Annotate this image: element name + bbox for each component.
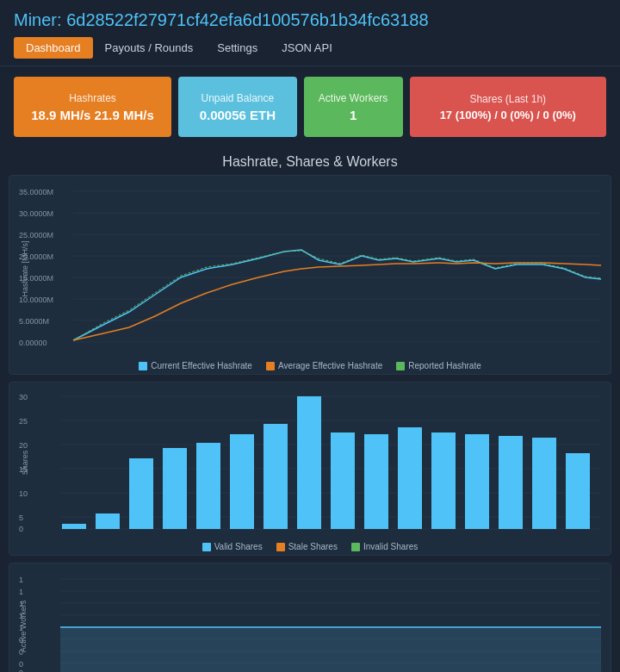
legend-current-dot	[139, 362, 147, 370]
legend-invalid: Invalid Shares	[351, 542, 418, 551]
legend-invalid-label: Invalid Shares	[363, 542, 418, 551]
y-label-3: 25.0000M	[19, 231, 53, 240]
nav-settings[interactable]: Settings	[205, 37, 270, 59]
legend-stale-dot	[276, 543, 285, 551]
svg-text:30: 30	[19, 393, 28, 401]
y-label-1: 35.0000M	[19, 188, 53, 196]
active-workers-card: Active Workers 1	[304, 77, 403, 137]
svg-text:0: 0	[19, 525, 23, 533]
workers-chart: .wgrid { stroke: #2a3f52; stroke-width: …	[16, 570, 604, 672]
svg-text:20: 20	[19, 441, 28, 450]
hashrate-chart: .grid-line { stroke: #2a3f52; stroke-wid…	[16, 183, 604, 358]
hashrate-y-axis-label: Hashrate [MH/s]	[21, 240, 29, 296]
shares-chart: .sgrid { stroke: #2a3f52; stroke-width: …	[16, 389, 604, 538]
legend-valid: Valid Shares	[202, 542, 263, 551]
hashrate-svg: .grid-line { stroke: #2a3f52; stroke-wid…	[16, 183, 604, 355]
svg-text:1: 1	[19, 576, 23, 584]
shares-y-axis-label: Shares	[21, 450, 29, 475]
nav-dashboard[interactable]: Dashboard	[14, 37, 93, 59]
page-title: Miner: 6d28522f27971cf42efa6d100576b1b34…	[14, 10, 606, 30]
svg-text:0: 0	[19, 669, 23, 672]
bar-0	[62, 524, 86, 529]
y-label-8: 0.00000	[19, 339, 47, 347]
bar-13	[499, 436, 523, 529]
workers-svg: .wgrid { stroke: #2a3f52; stroke-width: …	[16, 570, 604, 672]
bar-3	[163, 448, 187, 529]
bar-15	[566, 453, 590, 529]
bar-8	[331, 432, 355, 529]
nav-payouts[interactable]: Payouts / Rounds	[93, 37, 206, 59]
legend-reported: Reported Hashrate	[396, 361, 481, 370]
workers-fill	[60, 627, 601, 672]
bar-1	[96, 513, 120, 529]
bar-4	[196, 443, 220, 529]
shares-value: 17 (100%) / 0 (0%) / 0 (0%)	[440, 109, 576, 121]
svg-text:1: 1	[19, 588, 23, 596]
charts-section: Hashrate, Shares & Workers .grid-line { …	[0, 154, 620, 672]
avg-hashrate-line	[73, 263, 601, 340]
legend-avg: Average Effective Hashrate	[266, 361, 382, 370]
hashrates-label: Hashrates	[69, 92, 116, 104]
legend-valid-label: Valid Shares	[214, 542, 263, 551]
legend-invalid-dot	[351, 543, 360, 551]
bar-12	[465, 434, 489, 529]
shares-svg: .sgrid { stroke: #2a3f52; stroke-width: …	[16, 389, 604, 536]
bar-6	[264, 424, 288, 529]
svg-text:25: 25	[19, 417, 28, 426]
active-workers-label: Active Workers	[319, 92, 388, 104]
legend-current: Current Effective Hashrate	[139, 361, 252, 370]
unpaid-card: Unpaid Balance 0.00056 ETH	[178, 77, 297, 137]
legend-reported-label: Reported Hashrate	[408, 361, 481, 370]
nav-jsonapi[interactable]: JSON API	[270, 37, 344, 59]
navigation: Dashboard Payouts / Rounds Settings JSON…	[14, 37, 606, 59]
unpaid-value: 0.00056 ETH	[200, 108, 276, 122]
shares-chart-container: .sgrid { stroke: #2a3f52; stroke-width: …	[9, 382, 611, 556]
bar-2	[129, 458, 153, 529]
svg-text:0: 0	[19, 660, 23, 669]
bar-10	[398, 427, 422, 529]
active-workers-value: 1	[350, 108, 356, 122]
stats-row: Hashrates 18.9 MH/s 21.9 MH/s Unpaid Bal…	[0, 66, 620, 147]
chart-main-title: Hashrate, Shares & Workers	[9, 154, 611, 170]
bar-5	[230, 434, 254, 529]
legend-current-label: Current Effective Hashrate	[151, 361, 252, 370]
bar-7	[297, 396, 321, 529]
hashrates-value: 18.9 MH/s 21.9 MH/s	[31, 108, 154, 122]
legend-reported-dot	[396, 362, 405, 370]
hashrate-chart-container: .grid-line { stroke: #2a3f52; stroke-wid…	[9, 175, 611, 375]
miner-label: Miner:	[14, 10, 62, 29]
legend-stale-label: Stale Shares	[288, 542, 338, 551]
workers-y-axis-label: Active Workers	[19, 600, 28, 652]
legend-stale: Stale Shares	[276, 542, 338, 551]
legend-avg-label: Average Effective Hashrate	[278, 361, 382, 370]
miner-address: 6d28522f27971cf42efa6d100576b1b34fc63188	[66, 10, 428, 29]
shares-card: Shares (Last 1h) 17 (100%) / 0 (0%) / 0 …	[410, 77, 606, 137]
workers-chart-container: .wgrid { stroke: #2a3f52; stroke-width: …	[9, 563, 611, 672]
hashrate-legend: Current Effective Hashrate Average Effec…	[16, 361, 604, 370]
y-label-7: 5.0000M	[19, 317, 49, 326]
header: Miner: 6d28522f27971cf42efa6d100576b1b34…	[0, 0, 620, 66]
svg-text:5: 5	[19, 513, 23, 522]
unpaid-label: Unpaid Balance	[201, 92, 274, 104]
legend-avg-dot	[266, 362, 275, 370]
hashrates-card: Hashrates 18.9 MH/s 21.9 MH/s	[14, 77, 171, 137]
svg-text:10: 10	[19, 489, 28, 498]
legend-valid-dot	[202, 543, 211, 551]
shares-label: Shares (Last 1h)	[469, 93, 546, 105]
y-label-2: 30.0000M	[19, 209, 53, 218]
bar-14	[532, 438, 556, 529]
bar-11	[431, 432, 456, 529]
bar-9	[364, 434, 388, 529]
shares-legend: Valid Shares Stale Shares Invalid Shares	[16, 542, 604, 551]
